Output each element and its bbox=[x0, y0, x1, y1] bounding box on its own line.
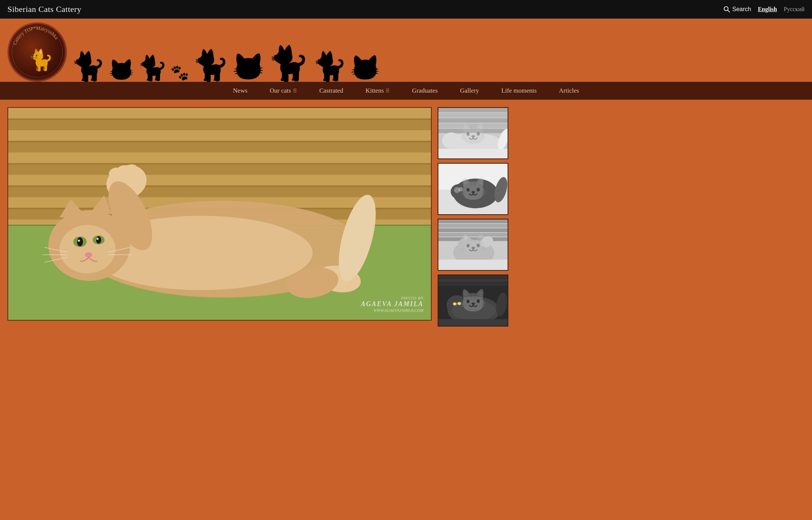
photographer-website: WWW.AGAEVAJAMILA.COM bbox=[361, 308, 423, 312]
svg-rect-34 bbox=[438, 108, 508, 112]
nav-our-cats[interactable]: Our cats ☰ bbox=[259, 82, 308, 100]
photographer-name: AGAEVA JAMILA bbox=[361, 300, 423, 308]
thumbnail-3[interactable] bbox=[438, 219, 508, 271]
nav-news[interactable]: News bbox=[222, 82, 259, 100]
cat-sil-8: 🐈 bbox=[312, 52, 347, 80]
svg-point-40 bbox=[442, 132, 461, 149]
thumbnail-1[interactable] bbox=[438, 107, 508, 159]
svg-rect-35 bbox=[438, 113, 508, 118]
site-title: Siberian Cats Cattery bbox=[7, 4, 81, 14]
cat-svg bbox=[8, 108, 431, 320]
nav-kittens[interactable]: Kittens ☰ bbox=[354, 82, 401, 100]
lang-russian[interactable]: Русский bbox=[784, 6, 805, 13]
main-cat-photo: PHOTO BY AGAEVA JAMILA WWW.AGAEVAJAMILA.… bbox=[8, 108, 431, 320]
cat-sil-1: 🐈 bbox=[71, 52, 106, 80]
svg-rect-53 bbox=[438, 228, 508, 232]
svg-point-19 bbox=[85, 252, 92, 257]
svg-point-69 bbox=[457, 302, 461, 305]
cat-sil-9: 🐱 bbox=[350, 56, 380, 80]
svg-rect-63 bbox=[438, 283, 508, 286]
svg-point-48 bbox=[454, 187, 460, 193]
svg-rect-36 bbox=[438, 118, 508, 123]
svg-point-10 bbox=[60, 225, 115, 273]
silhouettes-banner: 🐈 🐱 🐈 🐾 🐈 🐱 🐈 🐈 🐱 bbox=[67, 47, 805, 82]
svg-point-68 bbox=[453, 302, 457, 305]
svg-point-0 bbox=[724, 7, 728, 11]
svg-point-57 bbox=[458, 237, 474, 252]
kittens-menu-icon: ☰ bbox=[386, 88, 390, 94]
svg-rect-55 bbox=[438, 237, 508, 241]
thumb-1-img bbox=[438, 108, 508, 159]
lang-english[interactable]: English bbox=[758, 6, 777, 13]
navbar: News Our cats ☰ Castrated Kittens ☰ Grad… bbox=[0, 82, 812, 100]
svg-rect-62 bbox=[438, 279, 508, 282]
nav-articles[interactable]: Articles bbox=[548, 82, 590, 100]
logo[interactable]: Cattery TOP*Matryoshka 🐈 bbox=[7, 22, 67, 82]
svg-rect-42 bbox=[438, 149, 508, 159]
main-image-area: PHOTO BY AGAEVA JAMILA WWW.AGAEVAJAMILA.… bbox=[7, 107, 432, 327]
main-image-box: PHOTO BY AGAEVA JAMILA WWW.AGAEVAJAMILA.… bbox=[7, 107, 432, 321]
photo-by-label: PHOTO BY bbox=[361, 296, 423, 300]
nav-castrated[interactable]: Castrated bbox=[308, 82, 354, 100]
svg-text:🐈: 🐈 bbox=[28, 48, 54, 72]
svg-point-14 bbox=[77, 237, 83, 246]
nav-life-moments[interactable]: Life moments bbox=[490, 82, 548, 100]
svg-point-15 bbox=[78, 240, 80, 242]
topbar: Siberian Cats Cattery Search English Рус… bbox=[0, 0, 812, 19]
cat-sil-3: 🐈 bbox=[137, 56, 167, 80]
our-cats-menu-icon: ☰ bbox=[293, 88, 297, 94]
svg-line-1 bbox=[728, 10, 729, 12]
svg-rect-59 bbox=[438, 260, 508, 271]
thumb-4-img bbox=[438, 275, 508, 327]
cat-sil-6: 🐱 bbox=[232, 54, 265, 80]
header-banner: Cattery TOP*Matryoshka 🐈 🐈 🐱 🐈 🐾 🐈 🐱 🐈 🐈… bbox=[0, 19, 812, 82]
cat-sil-7: 🐈 bbox=[268, 47, 309, 80]
svg-point-18 bbox=[96, 238, 99, 240]
svg-marker-11 bbox=[60, 199, 86, 218]
cat-sil-4: 🐾 bbox=[170, 65, 189, 80]
search-icon bbox=[723, 6, 730, 13]
svg-rect-38 bbox=[438, 129, 508, 133]
svg-point-49 bbox=[458, 187, 463, 192]
svg-rect-51 bbox=[438, 219, 508, 223]
svg-rect-52 bbox=[438, 224, 508, 228]
svg-point-45 bbox=[453, 179, 498, 208]
main-content: PHOTO BY AGAEVA JAMILA WWW.AGAEVAJAMILA.… bbox=[0, 100, 812, 334]
thumb-2-img bbox=[438, 164, 508, 215]
thumb-3-img bbox=[438, 219, 508, 271]
svg-point-46 bbox=[451, 184, 467, 199]
nav-graduates[interactable]: Graduates bbox=[401, 82, 449, 100]
svg-rect-70 bbox=[438, 319, 508, 327]
thumbnail-4[interactable] bbox=[438, 275, 508, 327]
search-label: Search bbox=[732, 6, 751, 13]
cat-sil-5: 🐈 bbox=[192, 51, 229, 80]
photo-credit: PHOTO BY AGAEVA JAMILA WWW.AGAEVAJAMILA.… bbox=[361, 296, 423, 312]
thumbnail-2[interactable] bbox=[438, 163, 508, 215]
top-right-controls: Search English Русский bbox=[723, 6, 805, 13]
svg-rect-54 bbox=[438, 233, 508, 237]
svg-rect-37 bbox=[438, 123, 508, 128]
svg-marker-12 bbox=[89, 195, 112, 214]
sidebar-thumbnails bbox=[438, 107, 508, 327]
svg-point-17 bbox=[96, 236, 101, 244]
search-button[interactable]: Search bbox=[723, 6, 751, 13]
nav-gallery[interactable]: Gallery bbox=[449, 82, 490, 100]
cat-sil-2: 🐱 bbox=[109, 60, 134, 80]
svg-rect-61 bbox=[438, 275, 508, 278]
